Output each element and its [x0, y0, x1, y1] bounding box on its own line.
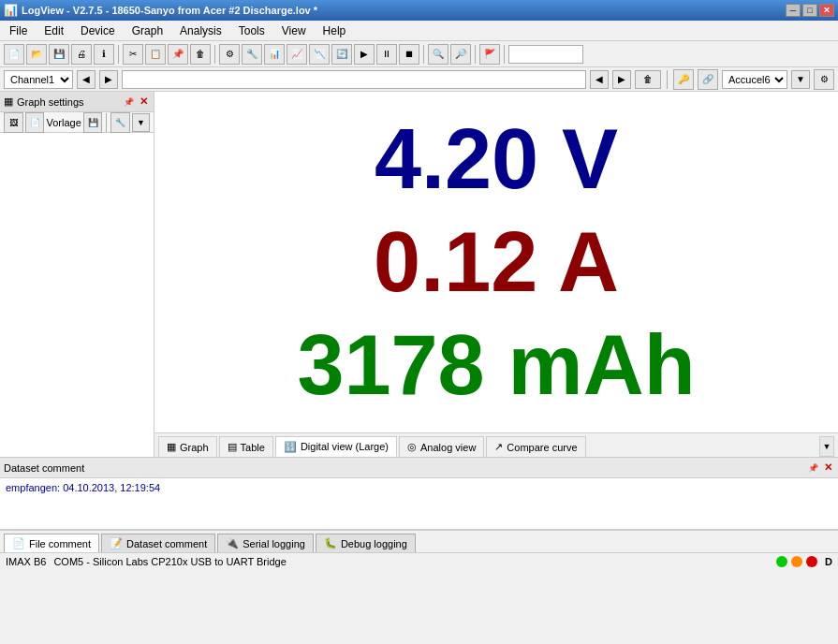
ch-icon1[interactable]: 🔑: [673, 69, 694, 90]
debug-logging-icon: 🐛: [324, 537, 337, 549]
menu-analysis[interactable]: Analysis: [172, 22, 229, 40]
dataset-text: empfangen: 04.10.2013, 12:19:54: [6, 482, 160, 493]
vorlage-icon: 🖼: [4, 112, 23, 133]
sep-vorlage: [106, 113, 107, 132]
digital-view: 4.20 V 0.12 A 3178 mAh: [154, 92, 838, 432]
panel-header: ▦ Graph settings 📌 ✕: [0, 92, 154, 112]
tool3-button[interactable]: 📊: [264, 44, 285, 65]
maximize-button[interactable]: □: [802, 4, 817, 17]
menu-device[interactable]: Device: [73, 22, 123, 40]
tab-digital-icon: 🔢: [284, 441, 297, 453]
tab-dataset-comment[interactable]: 📝 Dataset comment: [101, 534, 215, 552]
delete-button[interactable]: 🗑: [190, 44, 211, 65]
tab-compare-icon: ↗: [494, 441, 503, 453]
device-label: IMAX B6: [6, 556, 46, 567]
tool5-button[interactable]: 📉: [309, 44, 330, 65]
vorlage-file-icon: 📄: [25, 112, 45, 133]
led-rx: [791, 556, 802, 567]
tab-analog-view[interactable]: ◎ Analog view: [399, 436, 484, 457]
tab-table-icon: ▤: [228, 441, 237, 453]
toolbar: 📄 📂 💾 🖨 ℹ ✂ 📋 📌 🗑 ⚙ 🔧 📊 📈 📉 🔄 ▶ ⏸ ⏹ 🔍 🔎 …: [0, 41, 838, 67]
menu-view[interactable]: View: [274, 22, 314, 40]
tab-analog-icon: ◎: [407, 441, 417, 453]
clear-button[interactable]: 🗑: [635, 70, 661, 89]
tab-compare-curve[interactable]: ↗ Compare curve: [486, 436, 585, 457]
panel-close-icon[interactable]: ✕: [137, 95, 150, 109]
capacity-value: 3178 mAh: [297, 323, 695, 407]
separator-5: [504, 45, 505, 64]
menu-file[interactable]: File: [2, 22, 35, 40]
voltage-value: 4.20 V: [375, 117, 618, 201]
dataset-close-icon[interactable]: ✕: [821, 461, 834, 475]
print-button[interactable]: 🖨: [71, 44, 92, 65]
tab-graph[interactable]: ▦ Graph: [158, 436, 217, 457]
channel-forward-button[interactable]: ▶: [99, 70, 118, 89]
vorlage-tool[interactable]: 🔧: [110, 112, 130, 133]
led-tx: [806, 556, 817, 567]
info-button[interactable]: ℹ: [94, 44, 114, 65]
menu-tools[interactable]: Tools: [231, 22, 272, 40]
paste-button[interactable]: 📌: [168, 44, 188, 65]
pin-icon[interactable]: 📌: [122, 95, 135, 109]
vorlage-save[interactable]: 💾: [83, 112, 103, 133]
channel-path: [122, 70, 586, 89]
menu-bar: File Edit Device Graph Analysis Tools Vi…: [0, 21, 838, 41]
accucel-dropdown[interactable]: ▼: [791, 70, 810, 89]
tab-serial-logging[interactable]: 🔌 Serial logging: [217, 534, 314, 552]
tab-debug-logging[interactable]: 🐛 Debug logging: [316, 534, 416, 552]
dataset-comment-icon: 📝: [110, 537, 123, 549]
tab-digital-view[interactable]: 🔢 Digital view (Large): [275, 436, 397, 457]
minimize-button[interactable]: ─: [786, 4, 801, 17]
dataset-area: Dataset comment 📌 ✕ empfangen: 04.10.201…: [0, 457, 838, 530]
tab-analog-label: Analog view: [420, 442, 476, 453]
tab-table[interactable]: ▤ Table: [219, 436, 273, 457]
copy-button[interactable]: 📋: [145, 44, 166, 65]
graph-settings-icon: ▦: [4, 95, 13, 108]
menu-edit[interactable]: Edit: [37, 22, 71, 40]
tool7-button[interactable]: ▶: [354, 44, 375, 65]
app-icon: 📊: [4, 4, 18, 17]
menu-help[interactable]: Help: [316, 22, 354, 40]
dataset-header: Dataset comment 📌 ✕: [0, 458, 838, 478]
dataset-pin-icon[interactable]: 📌: [806, 461, 819, 475]
tab-scroll-right[interactable]: ▼: [819, 436, 834, 457]
channel-back-button[interactable]: ◀: [77, 70, 96, 89]
tool4-button[interactable]: 📈: [287, 44, 307, 65]
status-indicator: D: [825, 556, 832, 567]
tab-file-comment[interactable]: 📄 File comment: [4, 534, 99, 552]
flag-button[interactable]: 🚩: [479, 44, 500, 65]
accucel-select[interactable]: Accucel6: [722, 70, 787, 89]
tab-bar: ▦ Graph ▤ Table 🔢 Digital view (Large) ◎…: [154, 432, 838, 457]
ch-icon2[interactable]: 🔗: [698, 69, 718, 90]
debug-logging-label: Debug logging: [341, 538, 407, 549]
accucel-settings[interactable]: ⚙: [814, 69, 834, 90]
zoom-in-button[interactable]: 🔍: [428, 44, 448, 65]
vorlage-dropdown[interactable]: ▼: [132, 113, 150, 132]
zoom-out-button[interactable]: 🔎: [450, 44, 471, 65]
cut-button[interactable]: ✂: [123, 44, 143, 65]
tool9-button[interactable]: ⏹: [399, 44, 419, 65]
vorlage-label: Vorlage: [46, 117, 81, 128]
close-button[interactable]: ✕: [819, 4, 834, 17]
separator-3: [423, 45, 424, 64]
title-bar: 📊 LogView - V2.7.5 - 18650-Sanyo from Ac…: [0, 0, 838, 21]
serial-logging-label: Serial logging: [243, 538, 305, 549]
dataset-content: empfangen: 04.10.2013, 12:19:54: [0, 478, 838, 530]
tool6-button[interactable]: 🔄: [331, 44, 352, 65]
serial-logging-icon: 🔌: [226, 537, 239, 549]
path-nav-right[interactable]: ▶: [612, 70, 631, 89]
dataset-header-label: Dataset comment: [4, 462, 84, 474]
save-button[interactable]: 💾: [49, 44, 69, 65]
channel-select[interactable]: Channel1: [4, 70, 73, 89]
sep-ch: [667, 70, 668, 89]
tool8-button[interactable]: ⏸: [376, 44, 397, 65]
path-nav-left[interactable]: ◀: [590, 70, 609, 89]
panel-toolbar: 🖼 📄 Vorlage 💾 🔧 ▼: [0, 112, 154, 133]
open-button[interactable]: 📂: [26, 44, 47, 65]
current-value: 0.12 A: [374, 220, 619, 304]
new-button[interactable]: 📄: [4, 44, 24, 65]
search-input[interactable]: [508, 45, 583, 64]
tool1-button[interactable]: ⚙: [219, 44, 240, 65]
menu-graph[interactable]: Graph: [125, 22, 170, 40]
tool2-button[interactable]: 🔧: [242, 44, 262, 65]
